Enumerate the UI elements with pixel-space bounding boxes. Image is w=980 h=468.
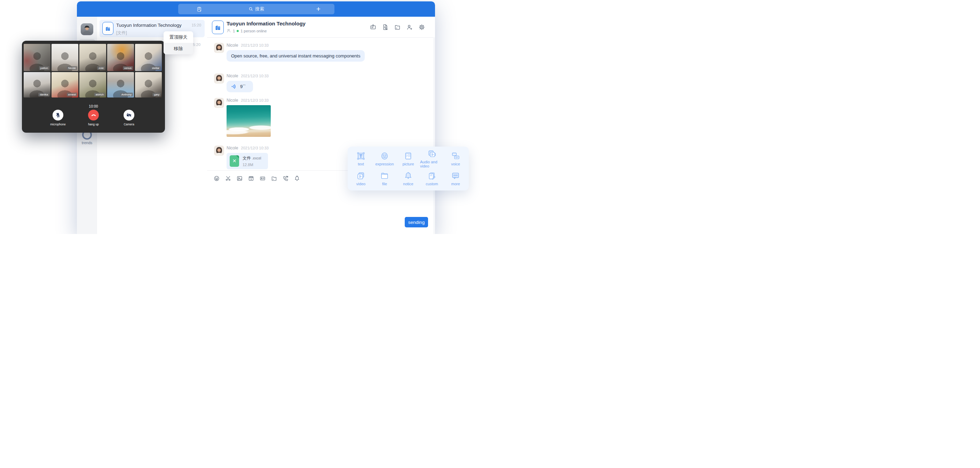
- sender-avatar[interactable]: [214, 98, 224, 108]
- popup-item-text[interactable]: text: [349, 149, 373, 169]
- popup-item-voice[interactable]: voice: [444, 149, 468, 169]
- popup-item-video[interactable]: video: [349, 169, 373, 188]
- scrollbar[interactable]: [433, 37, 435, 234]
- building-icon: [105, 26, 111, 32]
- add-button[interactable]: +: [317, 5, 321, 13]
- audio-video-tool-icon: [427, 149, 437, 159]
- popup-item-file[interactable]: file: [373, 169, 396, 188]
- add-member-icon[interactable]: [406, 24, 413, 30]
- chat-title: Tuoyun Information Technology: [227, 21, 305, 26]
- camera-muted-icon: [126, 112, 132, 118]
- file-ext: .excel: [252, 157, 261, 160]
- participant-name: zoie: [97, 66, 105, 70]
- participant-tile[interactable]: venus: [107, 44, 134, 71]
- popup-item-notice[interactable]: notice: [396, 169, 420, 188]
- participant-tile[interactable]: Anthony: [107, 72, 134, 97]
- expression-tool-icon: [380, 151, 390, 161]
- sender-avatar[interactable]: [214, 73, 224, 83]
- microphone-control[interactable]: microphone: [45, 110, 71, 126]
- voice-tool-icon: [451, 151, 460, 161]
- contact-card-icon[interactable]: [259, 175, 266, 182]
- call-controls: microphone hang up: [22, 110, 165, 126]
- online-status: 1 person online: [240, 29, 267, 33]
- excel-file-icon: ✕: [230, 155, 239, 167]
- mute-mic-button[interactable]: [52, 110, 63, 120]
- participant-tile[interactable]: danika: [24, 72, 51, 97]
- participant-name: ernest: [67, 93, 77, 96]
- search-history-icon[interactable]: [382, 24, 389, 30]
- file-message[interactable]: ✕ 文件 .excel 12.8M: [227, 153, 268, 169]
- file-size: 12.8M: [243, 163, 261, 167]
- image-message-beach[interactable]: [227, 105, 271, 137]
- participant-tile[interactable]: stellar: [135, 44, 162, 71]
- popup-item-label: voice: [451, 162, 460, 166]
- participant-tile[interactable]: zoie: [80, 44, 106, 71]
- video-icon[interactable]: [248, 175, 255, 182]
- sender-avatar[interactable]: [214, 43, 224, 53]
- folder-icon[interactable]: [394, 24, 401, 30]
- notification-icon[interactable]: [294, 175, 300, 182]
- search-input[interactable]: 搜索: [178, 4, 334, 14]
- trends-label: trends: [77, 141, 97, 145]
- mic-muted-icon: [55, 112, 61, 118]
- voice-bubble[interactable]: 9``: [227, 81, 253, 92]
- popup-item-more[interactable]: more: [444, 169, 468, 188]
- video-tool-icon: [356, 171, 366, 181]
- file-tool-icon: [380, 171, 390, 181]
- popup-item-label: text: [358, 162, 364, 166]
- group-avatar: [102, 22, 113, 35]
- participant-tile[interactable]: patton: [24, 44, 51, 71]
- video-call-icon[interactable]: [282, 175, 289, 182]
- hang-up-icon: [91, 112, 97, 118]
- search-bar[interactable]: 搜索 +: [178, 4, 334, 14]
- participant-name: stellar: [151, 66, 161, 70]
- message-type-popup: text expression picture: [348, 147, 469, 190]
- online-dot: [237, 30, 239, 32]
- file-icon[interactable]: [271, 175, 277, 182]
- message-time: 2021/12/3 10:33: [241, 43, 269, 47]
- text-tool-icon: [356, 151, 366, 161]
- popup-item-picture[interactable]: picture: [396, 149, 420, 169]
- participant-name: gary: [153, 93, 161, 96]
- message-time: 2021/12/3 10:33: [241, 98, 269, 102]
- participant-name: venus: [123, 66, 133, 70]
- settings-icon[interactable]: [418, 24, 425, 30]
- participant-grid: patton Nicole zoie venus stellar danika …: [24, 44, 162, 97]
- message-voice: Nicole 2021/12/3 10:33 9``: [214, 73, 269, 92]
- composer-toolbar: [213, 175, 300, 182]
- menu-item-remove[interactable]: 移除: [164, 43, 193, 54]
- popup-item-label: custom: [426, 182, 438, 186]
- popup-item-label: Audio and video: [420, 160, 444, 168]
- file-name: 文件: [243, 156, 251, 161]
- notice-board-icon[interactable]: [369, 24, 377, 30]
- message-time: 2021/12/3 10:33: [241, 146, 269, 150]
- participant-tile[interactable]: ernest: [51, 72, 78, 97]
- my-avatar[interactable]: [81, 23, 93, 35]
- screenshot-icon[interactable]: [225, 175, 231, 182]
- camera-control[interactable]: Camera: [116, 110, 142, 126]
- popup-item-label: file: [382, 182, 387, 186]
- popup-item-expression[interactable]: expression: [373, 149, 396, 169]
- mute-camera-button[interactable]: [124, 110, 134, 120]
- sender-avatar[interactable]: [214, 145, 224, 156]
- participant-tile[interactable]: gary: [135, 72, 162, 97]
- hang-up-button[interactable]: [88, 110, 99, 120]
- chat-panel: Tuoyun Information Technology 1 1 person…: [207, 17, 435, 234]
- popup-item-custom[interactable]: custom: [420, 169, 444, 188]
- image-icon[interactable]: [236, 175, 243, 182]
- popup-item-audio-video[interactable]: Audio and video: [420, 149, 444, 169]
- conversation-time: 15:20: [191, 23, 201, 27]
- group-avatar: [212, 21, 224, 34]
- participant-name: Anthony: [120, 93, 133, 96]
- participant-tile[interactable]: Nicole: [51, 44, 78, 71]
- emoji-icon[interactable]: [213, 175, 220, 182]
- menu-item-pin-chat[interactable]: 置顶聊天: [164, 31, 193, 43]
- participant-tile[interactable]: aldrich: [80, 72, 106, 97]
- hang-up-label: hang up: [81, 123, 107, 126]
- send-button[interactable]: sending: [405, 217, 428, 227]
- conversation-preview: [文件]: [116, 30, 127, 36]
- text-bubble[interactable]: Open source, free, and universal instant…: [227, 50, 365, 62]
- chat-header: Tuoyun Information Technology 1 1 person…: [207, 17, 435, 38]
- hangup-control[interactable]: hang up: [81, 110, 107, 126]
- chat-header-actions: [369, 24, 425, 30]
